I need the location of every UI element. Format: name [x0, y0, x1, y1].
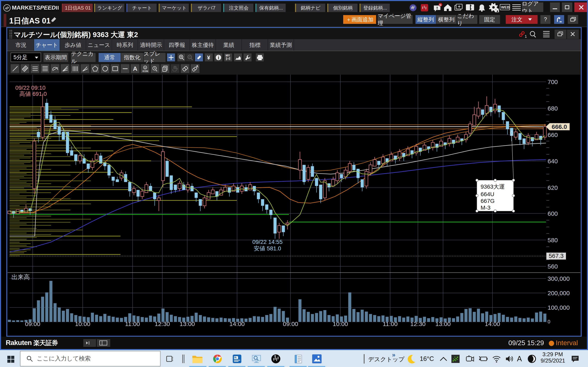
svg-text:700: 700 — [548, 78, 558, 85]
svg-text:666.0: 666.0 — [552, 123, 567, 130]
svg-text:14:00: 14:00 — [229, 320, 245, 327]
svg-text:高値 691.0: 高値 691.0 — [19, 91, 47, 97]
svg-text:300,000: 300,000 — [548, 275, 570, 282]
svg-text:09/22 09:10: 09/22 09:10 — [15, 85, 45, 91]
svg-text:660: 660 — [548, 132, 558, 138]
svg-text:560: 560 — [548, 263, 558, 270]
svg-text:14:00: 14:00 — [485, 320, 500, 327]
svg-text:620: 620 — [548, 184, 558, 191]
svg-text:R: R — [274, 355, 276, 357]
svg-text:567.3: 567.3 — [549, 253, 564, 259]
svg-text:13:00: 13:00 — [180, 320, 195, 327]
svg-text:09/22 14:55: 09/22 14:55 — [252, 239, 283, 245]
svg-text:13:00: 13:00 — [435, 320, 450, 327]
svg-text:09:00: 09:00 — [283, 320, 298, 327]
svg-text:10:00: 10:00 — [75, 320, 90, 327]
svg-text:12:30: 12:30 — [410, 320, 425, 327]
svg-text:580: 580 — [548, 237, 558, 243]
svg-text:M-3: M-3 — [481, 205, 490, 211]
svg-text:12:30: 12:30 — [155, 320, 170, 327]
svg-text:9363大運: 9363大運 — [481, 184, 505, 190]
svg-text:0: 0 — [548, 319, 550, 324]
svg-text:11:00: 11:00 — [383, 320, 398, 327]
svg-text:667G: 667G — [481, 198, 495, 204]
svg-text:600: 600 — [548, 210, 558, 217]
svg-text:200,000: 200,000 — [548, 290, 570, 296]
svg-text:680: 680 — [548, 105, 558, 112]
svg-text:664U: 664U — [481, 191, 494, 197]
svg-text:11:00: 11:00 — [125, 320, 140, 327]
svg-text:640: 640 — [548, 158, 558, 165]
svg-text:出来高: 出来高 — [11, 274, 30, 280]
svg-text:100,000: 100,000 — [548, 304, 570, 311]
svg-text:安値 581.0: 安値 581.0 — [254, 245, 281, 252]
svg-text:10:00: 10:00 — [333, 320, 348, 327]
svg-text:09:00: 09:00 — [25, 320, 40, 327]
